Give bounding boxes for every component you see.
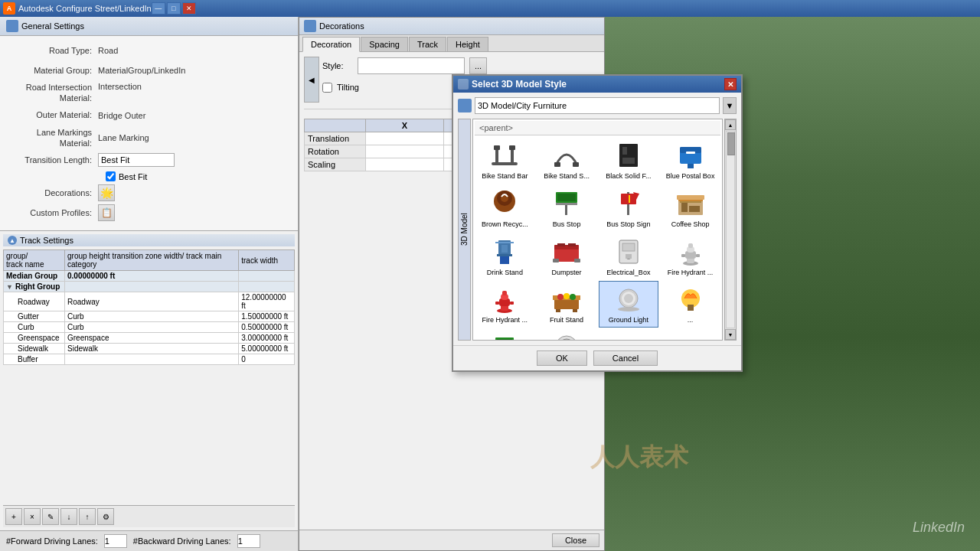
table-row[interactable]: ▼ Right Group	[4, 282, 295, 292]
item-label: Bike Stand S...	[544, 172, 590, 181]
list-item[interactable]: Black Solid F...	[599, 137, 659, 184]
modal-close-btn[interactable]: ✕	[724, 78, 737, 90]
row-name: ▼ Right Group	[4, 282, 65, 292]
edit-btn[interactable]: ✎	[42, 508, 59, 525]
table-row[interactable]: Buffer 0	[4, 354, 295, 365]
track-settings: ▲ Track Settings group/track name group …	[0, 230, 298, 530]
svg-rect-4	[509, 145, 515, 150]
collapse-btn[interactable]: ▲	[8, 236, 17, 245]
table-row[interactable]: Sidewalk Sidewalk 5.00000000 ft	[4, 344, 295, 354]
list-item[interactable]: ...	[475, 329, 535, 341]
list-item[interactable]: ...	[537, 329, 597, 341]
item-label: ...	[688, 316, 694, 324]
list-item[interactable]: Coffee Shop	[660, 185, 720, 232]
list-item[interactable]: Bus Stop Sign	[599, 185, 659, 232]
list-item[interactable]: Fire Hydrant ...	[475, 281, 535, 328]
row-value1: Greenspace	[65, 333, 239, 344]
scroll-track	[726, 131, 735, 328]
scroll-down-btn[interactable]: ▼	[725, 329, 736, 340]
material-group-label: Material Group:	[6, 65, 98, 76]
table-row[interactable]: Roadway Roadway 12.00000000 ft	[4, 292, 295, 311]
model-dropdown[interactable]: 3D Model/City Furniture	[475, 97, 720, 114]
item-img-electrical-box	[611, 236, 646, 267]
model-grid-container: 3D Model <parent>	[458, 119, 737, 341]
item-img-bus-stop-sign	[611, 188, 646, 219]
track-table: group/track name group height transition…	[3, 249, 295, 365]
tree-arrow: ▼	[6, 283, 14, 291]
svg-point-64	[570, 294, 576, 300]
row-value1: Sidewalk	[65, 344, 239, 354]
svg-rect-65	[556, 309, 560, 312]
item-label: Ground Light	[609, 316, 648, 324]
left-panel: General Settings Road Type: Road Materia…	[0, 17, 299, 551]
window-subtitle: Configure Street/LinkedIn	[56, 4, 152, 13]
cancel-btn[interactable]: Cancel	[593, 350, 658, 366]
item-label: Electrical_Box	[606, 269, 650, 277]
table-row[interactable]: Greenspace Greenspace 3.00000000 ft	[4, 333, 295, 344]
list-item[interactable]: Fruit Stand	[537, 281, 597, 328]
row-value2	[239, 271, 295, 282]
list-item[interactable]: Blue Postal Box	[660, 137, 720, 184]
maximize-btn[interactable]: □	[167, 2, 181, 15]
col-details: group height transition zone width/ trac…	[65, 250, 239, 271]
list-item[interactable]: Drink Stand	[475, 233, 535, 280]
decorations-btn[interactable]: 🌟	[98, 184, 115, 201]
list-item[interactable]: Dumpster	[537, 233, 597, 280]
model-scrollbar: ▲ ▼	[724, 119, 737, 341]
table-row[interactable]: Median Group 0.00000000 ft	[4, 271, 295, 282]
minimize-btn[interactable]: —	[152, 2, 165, 15]
close-btn[interactable]: ✕	[182, 2, 196, 15]
material-group-value: MaterialGroup/LinkedIn	[98, 66, 185, 75]
transition-length-label: Transition Length:	[6, 155, 98, 165]
custom-profiles-btn[interactable]: 📋	[98, 204, 115, 221]
scroll-up-btn[interactable]: ▲	[725, 119, 736, 130]
table-row[interactable]: Curb Curb 0.50000000 ft	[4, 322, 295, 333]
list-item[interactable]: Brown Recyc...	[475, 185, 535, 232]
col-width: track width	[239, 250, 295, 271]
add-btn[interactable]: +	[5, 508, 22, 525]
list-item[interactable]: Bike Stand S...	[537, 137, 597, 184]
svg-rect-45	[626, 254, 632, 259]
item-label: Fruit Stand	[550, 316, 583, 324]
item-img-black-solid	[611, 140, 646, 171]
delete-btn[interactable]: ×	[24, 508, 41, 525]
list-item[interactable]: Ground Light	[599, 281, 659, 328]
table-row[interactable]: Gutter Curb 1.50000000 ft	[4, 311, 295, 322]
model-dropdown-arrow[interactable]: ▼	[723, 97, 737, 114]
backward-lanes-input[interactable]	[237, 534, 260, 548]
svg-rect-32	[497, 254, 512, 256]
row-value2: 5.00000000 ft	[239, 344, 295, 354]
forward-lanes-input[interactable]	[104, 534, 127, 548]
ok-btn[interactable]: OK	[537, 350, 587, 366]
transition-length-input[interactable]	[98, 153, 175, 167]
list-item[interactable]: Fire Hydrant ...	[660, 233, 720, 280]
right-content: Decorations Decoration Spacing Track Hei…	[299, 17, 980, 551]
scroll-thumb[interactable]	[727, 132, 735, 155]
svg-rect-12	[686, 152, 695, 154]
title-bar: A Autodesk Configure Street/LinkedIn — □…	[0, 0, 980, 17]
list-item[interactable]: Bike Stand Bar	[475, 137, 535, 184]
row-value2	[239, 282, 295, 292]
list-item[interactable]: Bus Stop	[537, 185, 597, 232]
road-type-label: Road Type:	[6, 45, 98, 56]
best-fit-row: Best Fit	[106, 171, 292, 181]
decorations-label: Decorations:	[6, 187, 98, 198]
row-value1: 0.00000000 ft	[65, 271, 239, 282]
move-up-btn[interactable]: ↑	[79, 508, 96, 525]
select-3d-model-dialog: Select 3D Model Style ✕ 3D Model/City Fu…	[452, 74, 743, 372]
item-label: Fire Hydrant ...	[482, 316, 528, 324]
list-item[interactable]: Electrical_Box	[599, 233, 659, 280]
svg-rect-52	[696, 254, 700, 257]
road-intersection-value: Intersection	[98, 82, 142, 91]
svg-rect-26	[680, 201, 701, 203]
settings-btn[interactable]: ⚙	[97, 508, 114, 525]
row-value1: Curb	[65, 322, 239, 333]
item-label: Brown Recyc...	[482, 220, 528, 229]
road-intersection-label: Road Intersection Material:	[6, 82, 98, 104]
list-item[interactable]: ...	[660, 281, 720, 328]
move-down-btn[interactable]: ↓	[60, 508, 77, 525]
best-fit-checkbox[interactable]	[106, 171, 116, 181]
parent-item[interactable]: <parent>	[475, 121, 720, 135]
modal-title: Select 3D Model Style	[472, 79, 567, 90]
row-name: Roadway	[4, 292, 65, 311]
